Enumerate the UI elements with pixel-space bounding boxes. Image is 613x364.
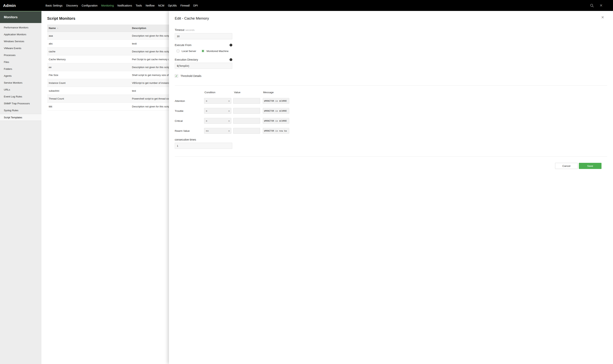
sidebar-item[interactable]: Performance Monitors xyxy=(0,24,41,31)
column-header-name-label: Name xyxy=(49,27,56,29)
top-nav-item[interactable]: DPI xyxy=(193,4,198,7)
top-nav-item[interactable]: Configuration xyxy=(82,4,98,7)
sidebar-item[interactable]: Syslog Rules xyxy=(0,107,41,114)
sidebar-item[interactable]: Application Monitors xyxy=(0,31,41,38)
sidebar-item[interactable]: Service Monitors xyxy=(0,79,41,86)
cell-name: aaa xyxy=(47,34,132,37)
threshold-row: Rearm Value <= xyxy=(175,128,307,134)
threshold-value-input[interactable] xyxy=(233,98,260,104)
column-header-message: Message xyxy=(263,91,274,94)
top-nav-item[interactable]: Notifications xyxy=(117,4,132,7)
top-nav-item[interactable]: Firewall xyxy=(181,4,190,7)
execute-from-radio-option[interactable]: Monitored Machine xyxy=(201,49,229,53)
cell-name: ttttt xyxy=(47,105,132,108)
condition-select[interactable]: > xyxy=(204,98,231,104)
threshold-message-input[interactable] xyxy=(263,118,289,124)
radio-icon xyxy=(176,49,180,53)
sidebar-items: Performance Monitors Application Monitor… xyxy=(0,23,41,121)
chevron-down-icon xyxy=(228,119,230,123)
sidebar-item[interactable]: URLs xyxy=(0,86,41,93)
radio-icon xyxy=(201,49,205,53)
threshold-row-label: Attention xyxy=(175,100,204,103)
threshold-row-label: Trouble xyxy=(175,109,204,112)
cell-name: File Size xyxy=(47,74,132,77)
consecutive-times-label: consecutive times xyxy=(175,138,196,141)
threshold-row: Trouble > xyxy=(175,108,307,114)
sidebar-title: Monitors xyxy=(0,11,41,23)
execute-from-options: Local Server Monitored Machine xyxy=(175,49,307,53)
top-nav-item[interactable]: Tools xyxy=(136,4,142,7)
timeout-unit: seconds xyxy=(185,28,195,31)
threshold-message-input[interactable] xyxy=(263,98,289,104)
chevron-down-icon xyxy=(228,99,230,103)
execution-directory-input[interactable] xyxy=(175,63,232,69)
top-nav-item[interactable]: Netflow xyxy=(145,4,155,7)
column-header-name[interactable]: Name xyxy=(47,27,132,29)
sidebar-item[interactable]: VMware Events xyxy=(0,45,41,52)
top-nav-item[interactable]: OpUtils xyxy=(168,4,177,7)
condition-select-value: <= xyxy=(206,130,209,132)
drawer-title: Edit - Cache Memory xyxy=(175,16,307,21)
condition-select-value: > xyxy=(206,100,207,103)
cell-name: Cache Memory xyxy=(47,58,132,61)
sidebar-item[interactable]: Files xyxy=(0,59,41,65)
drawer-actions: Cancel Save xyxy=(175,163,307,169)
consecutive-times-label-row: consecutive times xyxy=(175,138,232,141)
cell-name: abc xyxy=(47,42,132,45)
threshold-value-input[interactable] xyxy=(233,118,260,124)
timeout-label-row: Timeoutseconds xyxy=(175,28,232,32)
execute-from-label-row: Execute From xyxy=(175,43,232,47)
top-nav-item[interactable]: Monitoring xyxy=(101,4,114,7)
app-brand: Admin xyxy=(3,3,16,8)
sidebar-item[interactable]: Windows Services xyxy=(0,38,41,45)
threshold-table-header: Condition Value Message xyxy=(175,91,307,94)
edit-drawer: Edit - Cache Memory Timeoutseconds Execu… xyxy=(169,11,307,182)
top-nav-item[interactable]: NCM xyxy=(158,4,164,7)
divider xyxy=(175,156,307,157)
threshold-row-label: Rearm Value xyxy=(175,130,204,132)
threshold-message-input[interactable] xyxy=(263,108,289,114)
threshold-rows: Attention > Trouble > Critical xyxy=(175,98,307,134)
chevron-down-icon xyxy=(228,109,230,113)
cell-name: Instance Count xyxy=(47,81,132,84)
execute-from-label: Execute From xyxy=(175,43,191,47)
condition-select[interactable]: <= xyxy=(204,128,231,134)
timeout-label: Timeout xyxy=(175,28,184,31)
sidebar-item[interactable]: SNMP Trap Processors xyxy=(0,100,41,107)
threshold-row: Attention > xyxy=(175,98,307,104)
sidebar: Monitors Performance Monitors Applicatio… xyxy=(0,11,41,182)
threshold-value-input[interactable] xyxy=(233,128,260,134)
condition-select[interactable]: > xyxy=(204,108,231,114)
timeout-input[interactable] xyxy=(175,33,232,39)
info-icon[interactable] xyxy=(230,58,232,61)
cell-name: ee xyxy=(47,66,132,69)
condition-select[interactable]: > xyxy=(204,118,231,124)
top-nav: Basic Settings Discovery Configuration M… xyxy=(45,4,198,7)
threshold-message-input[interactable] xyxy=(263,128,289,134)
sidebar-item[interactable]: Script Templates xyxy=(0,114,41,121)
checkbox-icon xyxy=(175,74,178,78)
sidebar-item[interactable]: Agents xyxy=(0,73,41,79)
threshold-value-input[interactable] xyxy=(233,108,260,114)
radio-option-label: Monitored Machine xyxy=(207,50,229,52)
condition-select-value: > xyxy=(206,109,207,112)
execution-directory-label: Execution Directory xyxy=(175,58,198,61)
divider xyxy=(175,85,307,86)
condition-select-value: > xyxy=(206,119,207,122)
cell-name: subashini xyxy=(47,89,132,92)
top-nav-item[interactable]: Discovery xyxy=(66,4,78,7)
radio-option-label: Local Server xyxy=(182,50,196,52)
execute-from-radio-option[interactable]: Local Server xyxy=(176,49,196,53)
info-icon[interactable] xyxy=(230,44,232,46)
column-header-value: Value xyxy=(233,91,263,94)
cell-name: cache xyxy=(47,50,132,53)
top-nav-item[interactable]: Basic Settings xyxy=(45,4,63,7)
threshold-details-toggle[interactable]: Threshold Details xyxy=(175,74,307,78)
sidebar-item[interactable]: Processes xyxy=(0,52,41,59)
threshold-row: Critical > xyxy=(175,118,307,124)
consecutive-times-input[interactable] xyxy=(175,143,232,149)
sidebar-item[interactable]: Event Log Rules xyxy=(0,93,41,100)
cell-name: Thread Count xyxy=(47,97,132,100)
sidebar-item[interactable]: Folders xyxy=(0,65,41,73)
execution-directory-label-row: Execution Directory xyxy=(175,58,232,61)
